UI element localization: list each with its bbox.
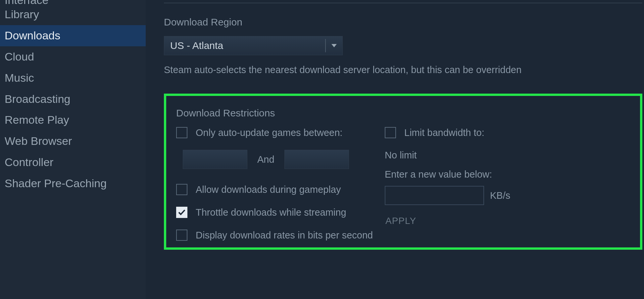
auto-update-time-range: And [183,150,381,169]
sidebar-item-label: Broadcasting [5,93,70,105]
bandwidth-input-row: KB/s [385,186,633,205]
auto-update-label: Only auto-update games between: [196,127,342,138]
restrictions-right-column: Limit bandwidth to: No limit Enter a new… [381,127,633,242]
bandwidth-prompt: Enter a new value below: [385,169,633,180]
sidebar-item-label: Remote Play [5,113,69,126]
display-bits-row: Display download rates in bits per secon… [176,230,381,241]
restrictions-columns: Only auto-update games between: And Allo… [176,127,633,242]
auto-update-checkbox[interactable] [176,127,187,138]
throttle-streaming-checkbox[interactable] [176,207,187,218]
sidebar-item-downloads[interactable]: Downloads [0,25,146,46]
sidebar-item-library[interactable]: Library [0,4,146,25]
allow-during-gameplay-row: Allow downloads during gameplay [176,184,381,195]
download-restrictions-section: Download Restrictions Only auto-update g… [164,94,642,250]
restrictions-left-column: Only auto-update games between: And Allo… [176,127,381,242]
sidebar-item-controller[interactable]: Controller [0,152,146,173]
throttle-streaming-label: Throttle downloads while streaming [196,207,346,218]
sidebar-item-label: Downloads [5,29,60,42]
section-divider [164,3,642,3]
allow-during-gameplay-checkbox[interactable] [176,184,187,195]
limit-bandwidth-checkbox[interactable] [385,127,396,138]
sidebar-item-shader-pre-caching[interactable]: Shader Pre-Caching [0,173,146,194]
download-restrictions-title: Download Restrictions [176,107,633,119]
limit-bandwidth-label: Limit bandwidth to: [404,127,484,138]
chevron-down-icon [326,36,342,55]
sidebar-item-interface[interactable]: Interface [0,0,146,4]
sidebar-item-label: Shader Pre-Caching [5,177,107,190]
and-label: And [257,154,274,165]
download-region-title: Download Region [164,17,642,28]
settings-sidebar: Interface Library Downloads Cloud Music … [0,0,146,299]
download-region-help: Steam auto-selects the nearest download … [164,64,642,75]
sidebar-item-label: Controller [5,156,53,168]
settings-window: Interface Library Downloads Cloud Music … [0,0,644,299]
display-bits-checkbox[interactable] [176,230,187,241]
sidebar-item-label: Web Browser [5,135,72,147]
throttle-streaming-row: Throttle downloads while streaming [176,207,381,218]
apply-button[interactable]: APPLY [385,214,417,228]
sidebar-item-label: Cloud [5,50,34,63]
allow-during-gameplay-label: Allow downloads during gameplay [196,184,341,195]
time-from-input[interactable] [183,150,247,169]
sidebar-item-label: Music [5,71,34,84]
sidebar-item-cloud[interactable]: Cloud [0,46,146,67]
bandwidth-input[interactable] [385,186,484,205]
sidebar-item-label: Library [5,8,39,21]
bandwidth-unit: KB/s [490,190,510,201]
bandwidth-status: No limit [385,150,633,161]
sidebar-item-broadcasting[interactable]: Broadcasting [0,89,146,110]
download-region-select[interactable]: US - Atlanta [164,36,343,55]
display-bits-label: Display download rates in bits per secon… [196,230,373,241]
settings-main: Download Region US - Atlanta Steam auto-… [146,0,644,299]
limit-bandwidth-row: Limit bandwidth to: [385,127,633,138]
time-to-input[interactable] [284,150,349,169]
sidebar-item-music[interactable]: Music [0,67,146,89]
sidebar-item-web-browser[interactable]: Web Browser [0,131,146,152]
svg-marker-0 [331,44,337,47]
sidebar-item-remote-play[interactable]: Remote Play [0,109,146,131]
auto-update-row: Only auto-update games between: [176,127,381,138]
sidebar-item-label: Interface [5,0,48,4]
download-region-value: US - Atlanta [164,36,325,55]
